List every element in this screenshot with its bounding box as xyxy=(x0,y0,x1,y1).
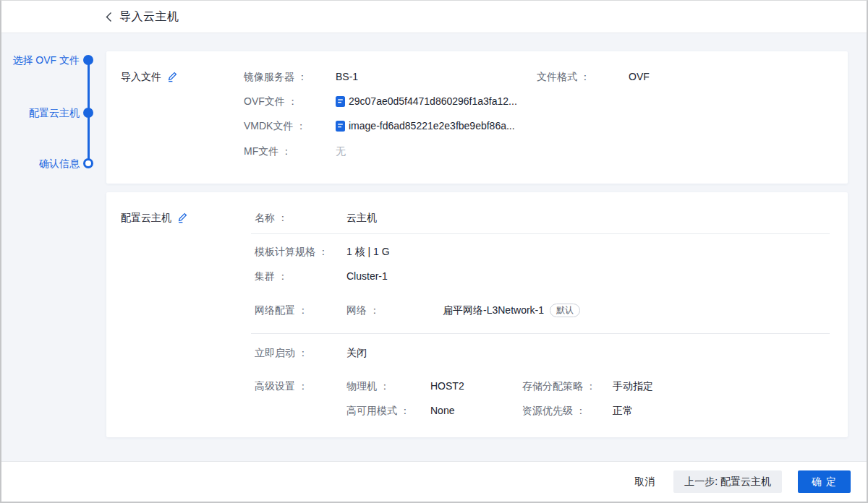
file-format-value: OVF xyxy=(629,69,650,84)
card-title: 导入文件 xyxy=(121,69,161,84)
ovf-file-label: OVF文件 ： xyxy=(244,94,298,108)
network-group-label: 网络配置 ： xyxy=(255,303,308,317)
cluster-label: 集群 ： xyxy=(255,269,288,283)
configure-vm-card-header: 配置云主机 xyxy=(121,210,187,225)
cluster-value: Cluster-1 xyxy=(346,269,388,283)
mf-file-label: MF文件 ： xyxy=(244,144,292,158)
step-label[interactable]: 配置云主机 xyxy=(29,106,80,120)
ovf-file-name: 29c07ae0d5f4471d860296f1a3fa12... xyxy=(349,94,517,108)
edit-configure-vm-icon[interactable] xyxy=(177,212,187,223)
top-bar: 导入云主机 xyxy=(1,1,867,33)
page-title: 导入云主机 xyxy=(119,9,179,25)
step-dot-filled-icon xyxy=(83,55,93,65)
import-file-card-header: 导入文件 xyxy=(121,69,177,84)
step-configure-vm[interactable]: 配置云主机 xyxy=(1,106,106,120)
default-badge: 默认 xyxy=(550,304,580,317)
ha-mode-value: None xyxy=(430,403,454,418)
network-value: 扁平网络-L3Network-1默认 xyxy=(443,303,580,317)
cancel-button[interactable]: 取消 xyxy=(631,471,658,493)
host-value: HOST2 xyxy=(430,379,464,393)
import-vm-wizard-window: 导入云主机 选择 OVF 文件 配置云主机 确认信息 导入文件 镜像服务器 ： … xyxy=(0,0,868,503)
edit-import-file-icon[interactable] xyxy=(167,72,177,82)
file-icon xyxy=(336,121,345,132)
step-select-ovf[interactable]: 选择 OVF 文件 xyxy=(1,53,106,67)
spec-value: 1 核 | 1 G xyxy=(346,244,390,259)
step-confirm-info[interactable]: 确认信息 xyxy=(1,156,106,171)
storage-policy-label: 存储分配策略 ： xyxy=(522,379,596,393)
file-icon xyxy=(336,96,345,107)
network-label: 网络 ： xyxy=(346,303,380,317)
section-divider xyxy=(251,233,830,234)
vm-name-value: 云主机 xyxy=(346,210,377,225)
vmdk-file-name: image-fd6ad85221e2e3fbe9ebf86a... xyxy=(349,119,515,133)
wizard-footer: 取消 上一步: 配置云主机 确 定 xyxy=(1,461,867,502)
chevron-left-icon xyxy=(106,12,112,22)
confirm-button[interactable]: 确 定 xyxy=(798,470,851,493)
image-server-label: 镜像服务器 ： xyxy=(244,69,307,84)
priority-value: 正常 xyxy=(613,403,633,418)
mf-file-value: 无 xyxy=(336,144,346,158)
import-file-card: 导入文件 镜像服务器 ： BS-1 文件格式 ： OVF OVF文件 ： 29c… xyxy=(106,51,848,184)
spec-label: 模板计算规格 ： xyxy=(255,244,328,259)
storage-policy-value: 手动指定 xyxy=(613,379,653,393)
step-label[interactable]: 选择 OVF 文件 xyxy=(12,53,80,67)
ha-mode-label: 高可用模式 ： xyxy=(346,403,410,418)
image-server-value: BS-1 xyxy=(336,69,358,84)
vmdk-file-label: VMDK文件 ： xyxy=(244,119,306,133)
boot-now-value: 关闭 xyxy=(346,345,367,360)
wizard-stepper: 选择 OVF 文件 配置云主机 确认信息 xyxy=(1,33,106,461)
advanced-settings-label: 高级设置 ： xyxy=(255,379,308,393)
card-title: 配置云主机 xyxy=(121,210,171,225)
vmdk-file-value: image-fd6ad85221e2e3fbe9ebf86a... xyxy=(336,119,515,133)
configure-vm-card: 配置云主机 名称 ： 云主机 模板计算规格 ： 1 核 | 1 G 集群 ： C… xyxy=(106,192,848,437)
back-button[interactable]: 导入云主机 xyxy=(106,9,179,25)
vm-name-label: 名称 ： xyxy=(255,210,288,225)
file-format-label: 文件格式 ： xyxy=(537,69,590,84)
boot-now-label: 立即启动 ： xyxy=(255,345,308,360)
ovf-file-value: 29c07ae0d5f4471d860296f1a3fa12... xyxy=(336,94,517,108)
step-dot-hollow-icon xyxy=(83,158,93,168)
step-dot-filled-icon xyxy=(83,108,93,118)
step-label[interactable]: 确认信息 xyxy=(39,156,80,171)
priority-label: 资源优先级 ： xyxy=(522,403,586,418)
host-label: 物理机 ： xyxy=(346,379,390,393)
previous-step-button[interactable]: 上一步: 配置云主机 xyxy=(673,470,782,493)
section-divider xyxy=(251,333,830,334)
network-name: 扁平网络-L3Network-1 xyxy=(443,304,544,316)
